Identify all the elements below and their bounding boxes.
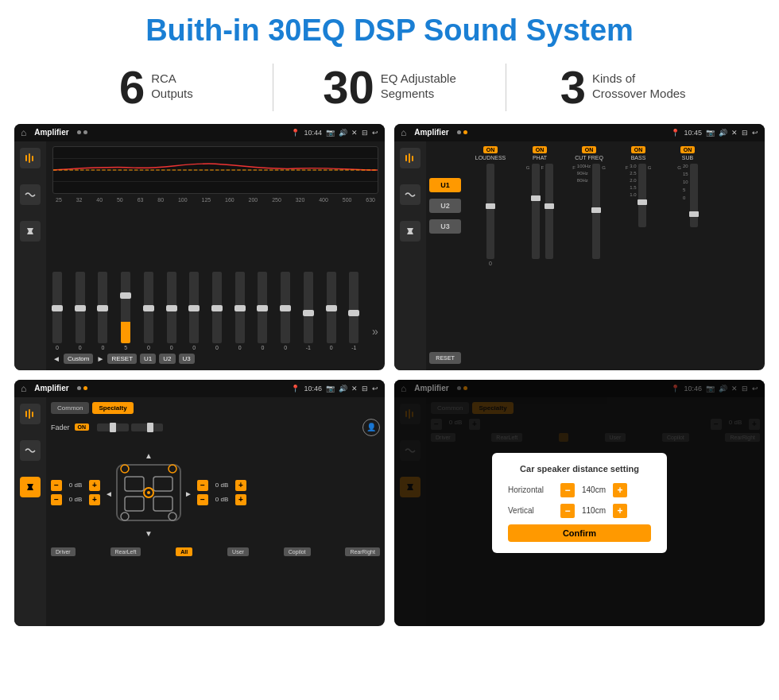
copilot-btn[interactable]: Copilot: [284, 547, 311, 556]
u1-btn[interactable]: U1: [140, 354, 156, 364]
fader-h-thumb-2[interactable]: [147, 423, 153, 432]
horizontal-plus[interactable]: +: [613, 483, 627, 497]
phat-thumb2[interactable]: [545, 203, 554, 209]
slider-track-5[interactable]: [144, 272, 153, 343]
u3-btn[interactable]: U3: [179, 354, 195, 364]
bass-on[interactable]: ON: [631, 146, 646, 153]
fader-wave-icon[interactable]: [20, 440, 41, 461]
crossover-eq-icon[interactable]: [400, 148, 421, 168]
slider-track-11[interactable]: [281, 272, 290, 343]
slider-track-3[interactable]: [98, 272, 107, 343]
eq-icon-1[interactable]: [20, 148, 41, 168]
bass-thumb[interactable]: [638, 199, 647, 205]
slider-thumb-13[interactable]: [326, 305, 337, 311]
fader-home-icon[interactable]: ⌂: [21, 383, 26, 394]
custom-btn[interactable]: Custom: [64, 354, 94, 364]
slider-thumb-3[interactable]: [97, 305, 108, 311]
sub-on[interactable]: ON: [680, 146, 696, 153]
phat-slider2[interactable]: [545, 164, 553, 259]
slider-thumb-14[interactable]: [348, 310, 359, 316]
fader-close-icon[interactable]: ✕: [351, 385, 358, 393]
driver-btn[interactable]: Driver: [51, 547, 76, 556]
left-plus-1[interactable]: +: [89, 480, 100, 491]
vertical-plus[interactable]: +: [613, 504, 627, 518]
fader-minimize-icon[interactable]: ⊟: [362, 385, 368, 393]
rearleft-btn[interactable]: RearLeft: [110, 547, 141, 556]
right-minus-2[interactable]: −: [197, 494, 208, 505]
eq-icon-3[interactable]: [20, 221, 41, 242]
slider-thumb-11[interactable]: [280, 305, 291, 311]
prev-icon[interactable]: ◄: [52, 354, 60, 363]
horizontal-minus[interactable]: −: [560, 483, 575, 497]
slider-thumb-4[interactable]: [120, 292, 131, 299]
slider-thumb-6[interactable]: [166, 305, 177, 311]
crossover-close-icon[interactable]: ✕: [731, 129, 738, 137]
crossover-minimize-icon[interactable]: ⊟: [742, 129, 748, 137]
slider-thumb-12[interactable]: [303, 310, 314, 316]
u2-btn[interactable]: U2: [159, 354, 175, 364]
slider-thumb-9[interactable]: [234, 305, 246, 311]
loudness-on[interactable]: ON: [483, 146, 498, 153]
fader-h-thumb-1[interactable]: [110, 423, 116, 432]
cutfreq-on[interactable]: ON: [582, 146, 597, 153]
fader-h-track-1[interactable]: [97, 423, 129, 431]
phat-thumb[interactable]: [531, 195, 541, 201]
slider-track-13[interactable]: [327, 272, 336, 343]
slider-track-4[interactable]: [121, 272, 130, 343]
bass-slider[interactable]: [638, 164, 646, 227]
sub-slider[interactable]: [690, 164, 698, 227]
reset-btn[interactable]: RESET: [107, 354, 137, 364]
slider-thumb-2[interactable]: [75, 305, 86, 311]
slider-thumb-5[interactable]: [143, 305, 154, 311]
user-btn[interactable]: User: [227, 547, 249, 556]
tab-common[interactable]: Common: [51, 402, 89, 414]
all-btn[interactable]: All: [176, 547, 192, 556]
left-minus-2[interactable]: −: [51, 494, 62, 505]
slider-track-14[interactable]: [349, 272, 358, 343]
slider-thumb-7[interactable]: [188, 305, 200, 311]
right-minus-1[interactable]: −: [197, 480, 208, 491]
eq-icon-2[interactable]: [20, 184, 41, 205]
right-plus-1[interactable]: +: [235, 480, 246, 491]
crossover-wave-icon[interactable]: [400, 184, 421, 205]
right-plus-2[interactable]: +: [235, 494, 246, 505]
crossover-back-icon[interactable]: ↩: [752, 129, 758, 137]
fader-speaker-icon[interactable]: [20, 477, 41, 497]
slider-track-2[interactable]: [76, 272, 85, 343]
back-icon[interactable]: ↩: [372, 129, 378, 137]
crossover-speaker-icon[interactable]: [400, 221, 421, 242]
profile-icon[interactable]: 👤: [362, 419, 380, 436]
slider-track-10[interactable]: [258, 272, 267, 343]
reset-preset[interactable]: RESET: [429, 352, 461, 364]
phat-slider[interactable]: [532, 164, 540, 259]
fader-eq-icon[interactable]: [20, 404, 41, 424]
u1-preset[interactable]: U1: [429, 178, 461, 192]
slider-track-7[interactable]: [189, 272, 199, 343]
vertical-minus[interactable]: −: [560, 504, 575, 518]
crossover-home-icon[interactable]: ⌂: [401, 127, 406, 138]
phat-on[interactable]: ON: [533, 146, 548, 153]
fader-h-track-2[interactable]: [131, 423, 163, 431]
slider-track-9[interactable]: [235, 272, 245, 343]
expand-icon[interactable]: »: [372, 325, 378, 350]
tab-specialty[interactable]: Specialty: [92, 402, 133, 414]
slider-track-12[interactable]: [304, 272, 313, 343]
left-plus-2[interactable]: +: [89, 494, 100, 505]
loudness-thumb[interactable]: [486, 203, 495, 209]
slider-track-1[interactable]: [52, 272, 62, 343]
fader-back-icon[interactable]: ↩: [372, 385, 378, 393]
u2-preset[interactable]: U2: [429, 199, 461, 213]
next-icon[interactable]: ►: [96, 354, 104, 363]
left-minus-1[interactable]: −: [51, 480, 62, 491]
home-icon[interactable]: ⌂: [21, 127, 26, 138]
sub-thumb[interactable]: [689, 211, 699, 217]
u3-preset[interactable]: U3: [429, 219, 461, 234]
close-icon[interactable]: ✕: [351, 129, 358, 137]
slider-thumb-10[interactable]: [257, 305, 268, 311]
rearright-btn[interactable]: RearRight: [345, 547, 380, 556]
loudness-slider[interactable]: [486, 164, 494, 259]
minimize-icon[interactable]: ⊟: [362, 129, 368, 137]
slider-thumb-1[interactable]: [52, 305, 63, 311]
slider-track-8[interactable]: [212, 272, 222, 343]
slider-thumb-8[interactable]: [211, 305, 223, 311]
